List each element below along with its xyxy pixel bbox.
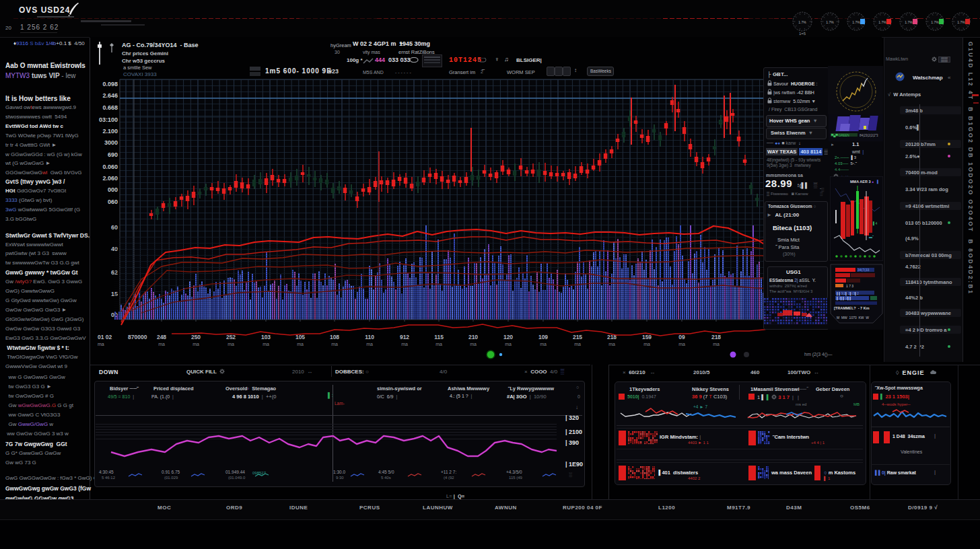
svg-text:ma: ma xyxy=(228,342,234,346)
svg-text:09: 09 xyxy=(678,334,685,340)
svg-text:215: 215 xyxy=(573,334,582,340)
svg-text:ma: ma xyxy=(366,342,373,346)
svg-text:103: 103 xyxy=(261,334,271,340)
svg-text:210: 210 xyxy=(468,334,478,340)
svg-text:2.646: 2.646 xyxy=(102,92,118,99)
svg-text:1.7%: 1.7% xyxy=(957,20,965,24)
svg-text:110: 110 xyxy=(365,334,374,340)
svg-text:ma: ma xyxy=(435,342,442,346)
svg-text:▌4: ▌4 xyxy=(873,221,878,226)
svg-text:▬˝: ▬˝ xyxy=(869,235,874,239)
svg-text:▌▌3(2▌ 2▌(3▌2: ▌▌3(2▌ 2▌(3▌2 xyxy=(837,291,859,296)
svg-text:03:100: 03:100 xyxy=(99,116,118,123)
svg-text:ma: ma xyxy=(470,342,477,346)
svg-text:252: 252 xyxy=(226,334,236,340)
svg-text:ma: ma xyxy=(193,342,199,346)
svg-text:1.7%: 1.7% xyxy=(826,20,834,24)
svg-text:ma: ma xyxy=(608,342,615,346)
svg-text:0.668: 0.668 xyxy=(102,104,118,111)
svg-text:1.7%: 1.7% xyxy=(931,20,939,24)
svg-text:[TRAMMEL? - 7 Km: [TRAMMEL? - 7 Km xyxy=(834,306,870,310)
svg-text:01 02: 01 02 xyxy=(98,334,112,340)
svg-text:▌2▌▌(2▌▌: ▌2▌▌(2▌▌ xyxy=(837,296,851,301)
svg-text:159: 159 xyxy=(642,334,652,340)
svg-text:ma: ma xyxy=(574,342,581,346)
svg-text:000: 000 xyxy=(108,186,118,193)
svg-text:ma: ma xyxy=(540,342,547,346)
svg-text:912: 912 xyxy=(400,334,409,340)
svg-text:1.7%: 1.7% xyxy=(798,20,806,24)
svg-text:060: 060 xyxy=(108,198,118,205)
svg-text:870000: 870000 xyxy=(128,334,147,340)
svg-text:ma: ma xyxy=(158,342,165,346)
svg-text:250: 250 xyxy=(191,334,201,340)
svg-text:2.100: 2.100 xyxy=(102,128,118,135)
svg-text:ma: ma xyxy=(262,342,269,346)
svg-text:ma: ma xyxy=(505,342,512,346)
svg-text:1.7%: 1.7% xyxy=(878,20,886,24)
svg-text:●: ● xyxy=(872,180,874,184)
svg-text:115: 115 xyxy=(434,334,444,340)
svg-text:248: 248 xyxy=(157,334,166,340)
svg-text:218: 218 xyxy=(711,334,721,340)
svg-text:hm (2(3 4()—: hm (2(3 4()— xyxy=(804,352,833,357)
svg-text:▌: ▌ xyxy=(877,180,880,184)
svg-text:1.7%: 1.7% xyxy=(905,20,913,24)
svg-text:1=5: 1=5 xyxy=(799,32,806,36)
svg-text:M MW 1070 KW W: M MW 1070 KW W xyxy=(837,316,869,320)
svg-text:84(23(2(2(2˝3: 84(23(2(2(2˝3 xyxy=(860,134,878,137)
svg-text:1.7%: 1.7% xyxy=(852,20,860,24)
svg-text:ma: ma xyxy=(713,342,720,346)
svg-text:120: 120 xyxy=(503,334,513,340)
svg-text:0.060: 0.060 xyxy=(102,163,118,170)
svg-text:ma: ma xyxy=(297,342,304,346)
svg-text:60: 60 xyxy=(111,224,118,231)
svg-text:2.060: 2.060 xyxy=(102,175,118,182)
svg-text:ma: ma xyxy=(331,342,338,346)
svg-text:ma: ma xyxy=(643,342,650,346)
svg-text:ma: ma xyxy=(401,342,408,346)
svg-text:690: 690 xyxy=(108,151,118,158)
svg-text:ma: ma xyxy=(678,342,685,346)
svg-text:*: * xyxy=(837,83,839,87)
svg-text:0.098: 0.098 xyxy=(102,81,118,87)
svg-text:▀▄▀ GREEN: ▀▄▀ GREEN xyxy=(831,133,849,138)
svg-text:108: 108 xyxy=(330,334,339,340)
svg-text:109: 109 xyxy=(538,334,548,340)
svg-text:3000: 3000 xyxy=(104,139,118,146)
svg-text:1 7 3: 1 7 3 xyxy=(846,284,853,288)
svg-text:34(7(33: 34(7(33 xyxy=(858,268,869,272)
svg-text:MMA AER 3: MMA AER 3 xyxy=(850,180,870,184)
svg-text:ma: ma xyxy=(98,342,104,346)
